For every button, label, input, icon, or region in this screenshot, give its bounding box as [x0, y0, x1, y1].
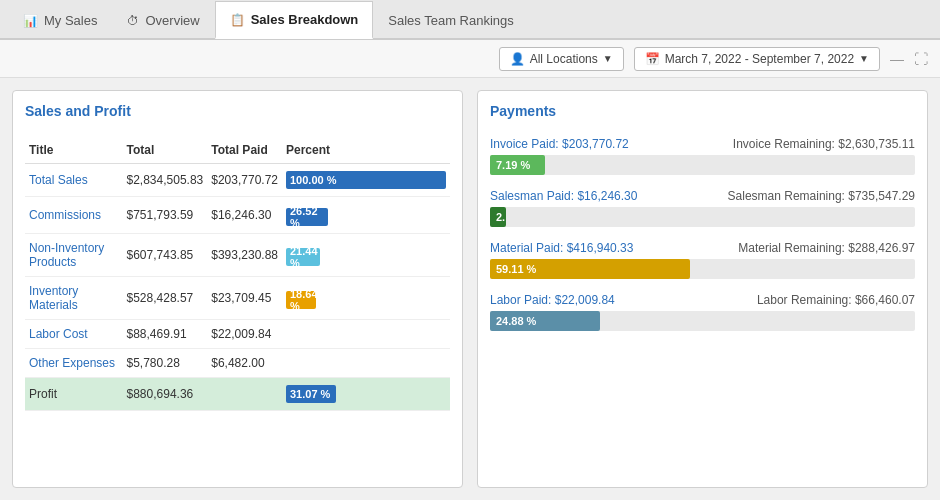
expand-button[interactable]: ⛶: [914, 51, 928, 67]
location-label: All Locations: [530, 52, 598, 66]
payment-bar-wrap: 59.11 %: [490, 259, 915, 279]
row-title: Commissions: [25, 197, 123, 234]
table-icon: 📋: [230, 13, 245, 27]
tab-sales-team-rankings[interactable]: Sales Team Rankings: [373, 1, 529, 39]
payment-bar: 59.11 %: [490, 259, 690, 279]
col-percent: Percent: [282, 137, 450, 164]
payment-item: Salesman Paid: $16,246.30Salesman Remain…: [490, 189, 915, 227]
date-range-label: March 7, 2022 - September 7, 2022: [665, 52, 854, 66]
chevron-down-icon-2: ▼: [859, 53, 869, 64]
table-header-row: Title Total Total Paid Percent: [25, 137, 450, 164]
payment-bar-wrap: 7.19 %: [490, 155, 915, 175]
payment-remaining-label: Labor Remaining: $66,460.07: [757, 293, 915, 307]
row-total-paid: $203,770.72: [207, 164, 282, 197]
col-total-paid: Total Paid: [207, 137, 282, 164]
col-title: Title: [25, 137, 123, 164]
progress-bar: 21.44 %: [286, 248, 320, 266]
sales-and-profit-card: Sales and Profit Title Total Total Paid …: [12, 90, 463, 488]
profit-title: Profit: [25, 378, 123, 411]
payment-remaining-label: Invoice Remaining: $2,630,735.11: [733, 137, 915, 151]
date-range-button[interactable]: 📅 March 7, 2022 - September 7, 2022 ▼: [634, 47, 880, 71]
col-total: Total: [123, 137, 208, 164]
table-row: Commissions$751,793.59$16,246.3026.52 %: [25, 197, 450, 234]
payment-remaining-label: Salesman Remaining: $735,547.29: [728, 189, 915, 203]
row-percent: 21.44 %: [282, 234, 450, 277]
profit-row: Profit$880,694.3631.07 %: [25, 378, 450, 411]
row-title: Labor Cost: [25, 320, 123, 349]
row-percent: [282, 349, 450, 378]
location-filter-button[interactable]: 👤 All Locations ▼: [499, 47, 624, 71]
progress-bar: 26.52 %: [286, 208, 328, 226]
row-percent: 26.52 %: [282, 197, 450, 234]
tab-bar: 📊 My Sales ⏱ Overview 📋 Sales Breakdown …: [0, 0, 940, 40]
payment-paid-label: Labor Paid: $22,009.84: [490, 293, 615, 307]
payment-header: Labor Paid: $22,009.84Labor Remaining: $…: [490, 293, 915, 307]
payment-header: Invoice Paid: $203,770.72Invoice Remaini…: [490, 137, 915, 151]
row-title: Non-Inventory Products: [25, 234, 123, 277]
bar-chart-icon: 📊: [23, 14, 38, 28]
payment-item: Invoice Paid: $203,770.72Invoice Remaini…: [490, 137, 915, 175]
minimize-button[interactable]: —: [890, 51, 904, 67]
payment-paid-label: Material Paid: $416,940.33: [490, 241, 633, 255]
payment-paid-label: Salesman Paid: $16,246.30: [490, 189, 637, 203]
row-total-paid: $22,009.84: [207, 320, 282, 349]
toolbar: 👤 All Locations ▼ 📅 March 7, 2022 - Sept…: [0, 40, 940, 78]
payment-remaining-label: Material Remaining: $288,426.97: [738, 241, 915, 255]
row-title: Inventory Materials: [25, 277, 123, 320]
payments-title: Payments: [490, 103, 915, 125]
row-total-paid: $16,246.30: [207, 197, 282, 234]
main-content: Sales and Profit Title Total Total Paid …: [0, 78, 940, 500]
row-total: $2,834,505.83: [123, 164, 208, 197]
profit-total: $880,694.36: [123, 378, 208, 411]
profit-percent: 31.07 %: [282, 378, 450, 411]
payment-item: Labor Paid: $22,009.84Labor Remaining: $…: [490, 293, 915, 331]
sales-and-profit-title: Sales and Profit: [25, 103, 450, 125]
tab-sales-team-rankings-label: Sales Team Rankings: [388, 13, 514, 28]
row-total: $88,469.91: [123, 320, 208, 349]
payment-item: Material Paid: $416,940.33Material Remai…: [490, 241, 915, 279]
row-title: Total Sales: [25, 164, 123, 197]
row-total: $751,793.59: [123, 197, 208, 234]
tab-my-sales-label: My Sales: [44, 13, 97, 28]
row-title: Other Expenses: [25, 349, 123, 378]
row-total: $607,743.85: [123, 234, 208, 277]
row-total: $5,780.28: [123, 349, 208, 378]
calendar-icon: 📅: [645, 52, 660, 66]
profit-total-paid: [207, 378, 282, 411]
profit-progress-bar: 31.07 %: [286, 385, 336, 403]
progress-bar: 100.00 %: [286, 171, 446, 189]
payments-container: Invoice Paid: $203,770.72Invoice Remaini…: [490, 137, 915, 331]
table-row: Total Sales$2,834,505.83$203,770.72100.0…: [25, 164, 450, 197]
tab-sales-breakdown[interactable]: 📋 Sales Breakdown: [215, 1, 374, 39]
row-percent: [282, 320, 450, 349]
payment-header: Salesman Paid: $16,246.30Salesman Remain…: [490, 189, 915, 203]
row-total: $528,428.57: [123, 277, 208, 320]
progress-bar: 18.64 %: [286, 291, 316, 309]
person-icon: 👤: [510, 52, 525, 66]
payment-header: Material Paid: $416,940.33Material Remai…: [490, 241, 915, 255]
clock-icon: ⏱: [127, 14, 139, 28]
row-percent: 18.64 %: [282, 277, 450, 320]
row-percent: 100.00 %: [282, 164, 450, 197]
row-total-paid: $6,482.00: [207, 349, 282, 378]
table-row: Other Expenses$5,780.28$6,482.00: [25, 349, 450, 378]
table-row: Non-Inventory Products$607,743.85$393,23…: [25, 234, 450, 277]
tab-my-sales[interactable]: 📊 My Sales: [8, 1, 112, 39]
payment-bar: 24.88 %: [490, 311, 600, 331]
chevron-down-icon: ▼: [603, 53, 613, 64]
payment-bar: 2.: [490, 207, 506, 227]
payment-bar: 7.19 %: [490, 155, 545, 175]
tab-overview[interactable]: ⏱ Overview: [112, 1, 214, 39]
table-row: Inventory Materials$528,428.57$23,709.45…: [25, 277, 450, 320]
tab-sales-breakdown-label: Sales Breakdown: [251, 12, 359, 27]
sales-table: Title Total Total Paid Percent Total Sal…: [25, 137, 450, 411]
payment-bar-wrap: 2.: [490, 207, 915, 227]
row-total-paid: $23,709.45: [207, 277, 282, 320]
payment-paid-label: Invoice Paid: $203,770.72: [490, 137, 629, 151]
row-total-paid: $393,230.88: [207, 234, 282, 277]
payments-card: Payments Invoice Paid: $203,770.72Invoic…: [477, 90, 928, 488]
tab-overview-label: Overview: [145, 13, 199, 28]
table-row: Labor Cost$88,469.91$22,009.84: [25, 320, 450, 349]
payment-bar-wrap: 24.88 %: [490, 311, 915, 331]
